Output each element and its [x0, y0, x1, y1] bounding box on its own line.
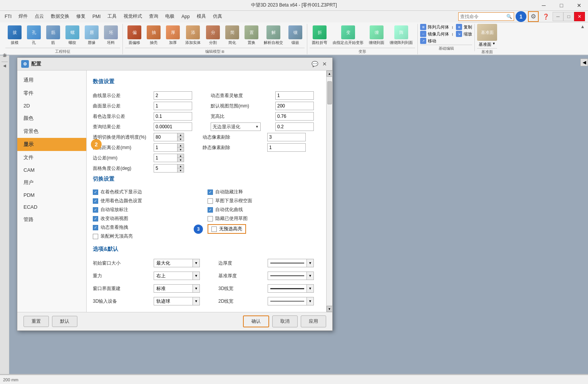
ribbon-btn-mirror-geo[interactable]: 镜像几何体 — [428, 31, 449, 37]
sidebar-item-user[interactable]: 用户 — [17, 176, 86, 189]
select-2d-linewidth[interactable]: ▼ — [268, 297, 314, 305]
checkbox-auto-hide-anno[interactable] — [208, 189, 213, 195]
checkbox-no-top-highlight[interactable] — [93, 234, 98, 239]
scrollbar-down-btn[interactable]: ▼ — [327, 306, 333, 312]
spinner-transparency[interactable]: ▲ ▼ — [154, 133, 184, 141]
ribbon-collapse-btn[interactable]: ▲ — [580, 24, 585, 29]
ribbon-btn-replace[interactable]: 置 置换 — [242, 24, 261, 47]
checkbox-auto-scale-anno[interactable] — [93, 207, 98, 213]
select-3d-input[interactable]: 轨迹球 ▼ — [154, 297, 200, 305]
btn-confirm[interactable]: 确认 — [243, 315, 269, 327]
ribbon-btn-deform[interactable]: 变 由指定点开始变形 — [330, 24, 366, 47]
select-window-size[interactable]: 最大化 ▼ — [154, 259, 200, 267]
spinner-up-transparency[interactable]: ▲ — [178, 133, 184, 137]
input-static-pixel[interactable] — [267, 143, 306, 152]
ribbon-btn-add[interactable]: 添 添加实体 — [183, 24, 203, 47]
ribbon-btn-copy[interactable]: 复制 — [464, 24, 472, 30]
search-box[interactable]: 🔍 — [458, 12, 514, 21]
input-aspect-ratio[interactable] — [275, 112, 314, 121]
btn-apply[interactable]: 应用 — [301, 315, 326, 327]
input-mesh-angle[interactable] — [154, 164, 177, 172]
input-surface-display[interactable] — [154, 102, 192, 110]
sidebar-item-file[interactable]: 文件 — [17, 151, 86, 164]
select-edge-thickness[interactable]: ▼ — [268, 259, 314, 267]
win-minimize-btn[interactable]: ─ — [553, 12, 563, 21]
spinner-up-edge-tol[interactable]: ▲ — [178, 154, 184, 158]
menu-tools[interactable]: 工具 — [104, 12, 120, 21]
input-mesh-dist[interactable] — [154, 144, 177, 151]
ribbon-btn-selfint[interactable]: 解 解析自相交 — [261, 24, 285, 47]
dialog-close-btn[interactable]: ✕ — [321, 60, 328, 68]
menu-repair[interactable]: 修复 — [73, 12, 89, 21]
search-input[interactable] — [460, 14, 506, 19]
menu-app[interactable]: App — [178, 12, 193, 21]
ribbon-btn-split[interactable]: 分 分割 — [204, 24, 222, 47]
menu-sim[interactable]: 仿真 — [210, 12, 225, 21]
sidebar-item-display[interactable]: 显示 — [17, 138, 86, 151]
ribbon-btn-blank[interactable]: 坯 坯料 — [102, 24, 120, 47]
sidebar-item-general[interactable]: 通用 — [17, 74, 86, 87]
btn-cancel[interactable]: 取消 — [272, 315, 298, 327]
left-strip-toggle[interactable]: ◀ — [3, 64, 6, 68]
checkbox-auto-optimize-curve[interactable] — [208, 207, 213, 213]
menu-weld[interactable]: 焊件 — [15, 12, 31, 21]
input-transparency[interactable] — [154, 133, 177, 141]
spinner-mesh-angle[interactable]: ▲ ▼ — [154, 164, 184, 173]
checkbox-show-edge[interactable] — [93, 189, 98, 195]
input-shade-edge[interactable] — [154, 112, 192, 121]
ribbon-btn-baseplane-main[interactable]: 基准面 — [477, 24, 497, 41]
btn-default[interactable]: 默认 — [52, 316, 77, 327]
sidebar-item-pipeline[interactable]: 管路 — [17, 213, 86, 226]
spinner-down-mesh-angle[interactable]: ▼ — [178, 168, 184, 172]
ribbon-btn-lip[interactable]: 唇 唇缘 — [82, 24, 101, 47]
spinner-mesh-dist[interactable]: ▲ ▼ — [154, 143, 184, 152]
menu-mold[interactable]: 模具 — [194, 12, 209, 21]
win-close-btn[interactable]: ✕ — [574, 12, 585, 21]
ribbon-btn-draft[interactable]: 拔 拔模 — [5, 24, 24, 47]
checkbox-shade-edge-color[interactable] — [93, 198, 98, 204]
select-gravity[interactable]: 右上 ▼ — [154, 272, 200, 280]
input-no-edge-degrade[interactable] — [275, 122, 314, 131]
sidebar-item-color[interactable]: 颜色 — [17, 112, 86, 125]
minimize-button[interactable]: ─ — [535, 0, 553, 11]
close-button[interactable]: ✕ — [570, 0, 588, 11]
input-dynamic-pixel[interactable] — [267, 133, 306, 141]
sidebar-item-ecad[interactable]: ECAD — [17, 201, 86, 213]
checkbox-animate-view[interactable] — [93, 216, 98, 221]
ribbon-btn-thicken[interactable]: 厚 加厚 — [164, 24, 182, 47]
ribbon-btn-offset[interactable]: 偏 面偏移 — [125, 24, 144, 47]
dialog-chat-icon[interactable]: 💬 — [311, 60, 318, 68]
select-3d-linewidth[interactable]: ▼ — [268, 284, 314, 293]
ribbon-btn-baseplane-dropdown[interactable]: 基准面 — [479, 42, 491, 47]
sidebar-item-2d[interactable]: 2D — [17, 100, 86, 112]
checkbox-show-sketch-wedge[interactable] — [208, 198, 213, 204]
checkbox-dynamic-drag[interactable] — [93, 225, 98, 230]
spinner-up-mesh-dist[interactable]: ▲ — [178, 144, 184, 148]
checkbox-hide-used-sketch[interactable] — [208, 216, 213, 221]
input-query-tol[interactable] — [154, 122, 192, 131]
ribbon-btn-cylinder-bend[interactable]: 折 圆柱折弯 — [310, 24, 330, 47]
ribbon-btn-array-geo[interactable]: 阵列几何体 — [428, 24, 449, 30]
sidebar-item-part[interactable]: 零件 — [17, 87, 86, 100]
sidebar-item-cam[interactable]: CAM — [17, 164, 86, 176]
scrollbar-up-btn[interactable]: ▲ — [327, 70, 333, 77]
input-dynamic-sensitivity[interactable] — [275, 91, 314, 100]
ribbon-btn-rib[interactable]: 筋 筋 — [44, 24, 62, 47]
spinner-up-mesh-angle[interactable]: ▲ — [178, 164, 184, 168]
help-button[interactable]: ❓ — [540, 11, 551, 22]
settings-icon-button[interactable]: ⚙ — [528, 11, 539, 22]
restore-button[interactable]: □ — [553, 0, 570, 11]
select-base-thickness[interactable]: ▼ — [268, 272, 314, 280]
spinner-down-mesh-dist[interactable]: ▼ — [178, 148, 184, 151]
btn-reset[interactable]: 重置 — [23, 316, 49, 327]
checkbox-no-preselect[interactable] — [211, 226, 217, 232]
spinner-down-edge-tol[interactable]: ▼ — [178, 158, 184, 162]
ribbon-btn-thread[interactable]: 螺 螺纹 — [63, 24, 82, 47]
ribbon-btn-simplify[interactable]: 简 简化 — [223, 24, 241, 47]
ribbon-btn-wrap-array[interactable]: 阵 缠绕阵列到面 — [387, 24, 415, 47]
menu-electrode[interactable]: 电极 — [162, 12, 178, 21]
input-curve-display[interactable] — [154, 91, 192, 100]
sidebar-item-pdm[interactable]: PDM — [17, 189, 86, 201]
ribbon-btn-embed[interactable]: 镶 镶嵌 — [286, 24, 305, 47]
menu-cloud[interactable]: 点云 — [32, 12, 47, 21]
